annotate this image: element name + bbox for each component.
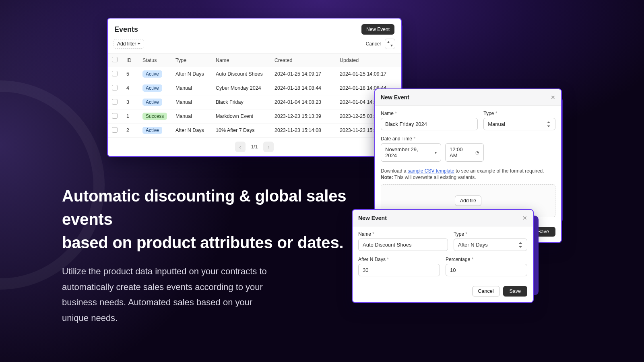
cell-name: Auto Discount Shoes [212, 67, 270, 81]
cell-id: 1 [122, 109, 138, 123]
cancel-link[interactable]: Cancel [366, 41, 381, 47]
select-all-checkbox[interactable] [112, 57, 118, 62]
cell-id: 4 [122, 81, 138, 95]
name-label: Name [381, 111, 478, 116]
percentage-label: Percentage [446, 257, 527, 262]
cell-type: Manual [171, 95, 212, 109]
datetime-label: Date and Time [381, 136, 555, 142]
status-badge: Active [142, 127, 162, 134]
modal2-footer: Cancel Save [353, 282, 533, 302]
cell-created: 2024-01-25 14:09:17 [270, 67, 336, 81]
row-checkbox[interactable] [112, 127, 118, 133]
headline-line2: based on product attributes or dates. [62, 234, 343, 251]
cell-created: 2023-11-23 15:14:08 [270, 123, 336, 138]
status-badge: Active [142, 99, 162, 106]
events-card: Events New Event Add filter + Cancel ID … [107, 18, 402, 157]
type-select[interactable]: Manual [483, 118, 555, 130]
pager-next[interactable]: › [263, 142, 274, 152]
cell-type: After N Days [171, 123, 212, 138]
percentage-input[interactable]: 10 [446, 264, 527, 276]
row-checkbox[interactable] [112, 113, 118, 119]
table-row[interactable]: 1SuccessManualMarkdown Event2023-12-23 1… [108, 109, 401, 123]
table-row[interactable]: 2ActiveAfter N Days10% After 7 Days2023-… [108, 123, 401, 138]
modal2-title: New Event [358, 215, 387, 221]
chevron-down-icon: ▾ [435, 150, 437, 155]
col-updated[interactable]: Updated [336, 53, 401, 67]
name-label: Name [358, 231, 448, 237]
cell-type: Manual [171, 109, 212, 123]
marketing-copy: Automatic discounting & global sales eve… [62, 184, 360, 326]
after-n-days-input[interactable]: 30 [358, 264, 440, 276]
cell-created: 2024-01-18 14:08:44 [270, 81, 336, 95]
download-hint: Download a sample CSV template to see an… [381, 167, 555, 174]
modal1-title: New Event [381, 94, 409, 101]
cell-id: 5 [122, 67, 138, 81]
pager-prev[interactable]: ‹ [235, 142, 246, 152]
name-input[interactable]: Auto Discount Shoes [358, 239, 448, 251]
pager-label: 1/1 [251, 144, 258, 150]
cell-name: Markdown Event [212, 109, 270, 123]
after-n-days-label: After N Days [358, 257, 440, 262]
type-select[interactable]: After N Days [454, 239, 527, 251]
add-file-button[interactable]: Add file [455, 195, 481, 206]
row-checkbox[interactable] [112, 71, 118, 76]
modal1-header: New Event ✕ [375, 89, 561, 106]
new-event-modal-aftern: New Event ✕ Name Auto Discount Shoes Typ… [352, 209, 534, 303]
cell-name: Black Friday [212, 95, 270, 109]
status-badge: Active [142, 84, 162, 92]
status-badge: Active [142, 70, 162, 78]
events-header: Events New Event [108, 19, 401, 39]
type-label: Type [483, 111, 555, 116]
cell-name: Cyber Monday 2024 [212, 81, 270, 95]
date-input[interactable]: November 29, 2024 ▾ [381, 143, 441, 162]
cell-id: 2 [122, 123, 138, 138]
add-filter-button[interactable]: Add filter + [114, 39, 144, 49]
table-row[interactable]: 3ActiveManualBlack Friday2024-01-04 14:0… [108, 95, 401, 109]
col-name[interactable]: Name [212, 53, 270, 67]
clock-icon: ◔ [475, 150, 479, 155]
cancel-button[interactable]: Cancel [472, 286, 500, 296]
col-created[interactable]: Created [270, 53, 336, 67]
events-table: ID Status Type Name Created Updated 5Act… [108, 53, 401, 138]
body-copy: Utilize the product data inputted on you… [62, 264, 275, 326]
col-id[interactable]: ID [122, 53, 138, 67]
close-icon[interactable]: ✕ [522, 215, 527, 221]
row-checkbox[interactable] [112, 99, 118, 105]
cell-name: 10% After 7 Days [212, 123, 270, 138]
sample-csv-link[interactable]: sample CSV template [408, 168, 454, 174]
table-row[interactable]: 4ActiveManualCyber Monday 20242024-01-18… [108, 81, 401, 95]
name-input[interactable]: Black Friday 2024 [381, 118, 478, 130]
cell-created: 2023-12-23 15:13:39 [270, 109, 336, 123]
sort-button[interactable] [385, 39, 395, 49]
time-input[interactable]: 12:00 AM ◔ [445, 143, 484, 162]
table-row[interactable]: 5ActiveAfter N DaysAuto Discount Shoes20… [108, 67, 401, 81]
row-checkbox[interactable] [112, 85, 118, 90]
cell-updated: 2024-01-25 14:09:17 [336, 67, 401, 81]
headline-line1: Automatic discounting & global sales eve… [62, 187, 346, 228]
table-header-row: ID Status Type Name Created Updated [108, 53, 401, 67]
col-type[interactable]: Type [171, 53, 212, 67]
events-toolbar: Add filter + Cancel [108, 39, 401, 53]
modal2-header: New Event ✕ [353, 210, 533, 226]
close-icon[interactable]: ✕ [551, 94, 555, 101]
col-status[interactable]: Status [138, 53, 171, 67]
new-event-button[interactable]: New Event [361, 24, 394, 35]
pager: ‹ 1/1 › [108, 138, 401, 156]
type-label: Type [454, 231, 527, 237]
cell-id: 3 [122, 95, 138, 109]
status-badge: Success [142, 113, 167, 120]
headline: Automatic discounting & global sales eve… [62, 184, 360, 254]
events-title: Events [114, 25, 138, 34]
cell-type: After N Days [171, 67, 212, 81]
chevron-up-down-icon [519, 242, 523, 248]
chevron-up-down-icon [547, 121, 551, 127]
overwrite-note: Note: This will overwrite all existing v… [381, 174, 555, 180]
sort-icon [387, 41, 393, 47]
save-button[interactable]: Save [503, 286, 528, 296]
cell-type: Manual [171, 81, 212, 95]
cell-created: 2024-01-04 14:08:23 [270, 95, 336, 109]
